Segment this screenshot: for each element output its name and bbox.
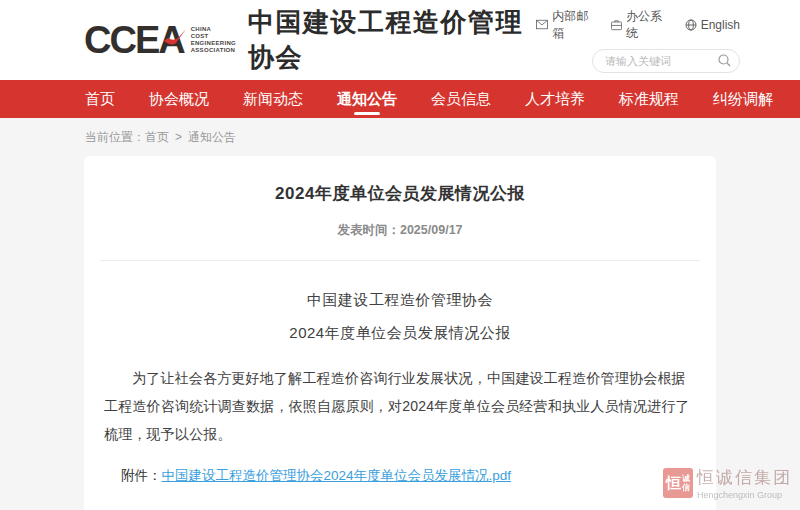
brand[interactable]: CCEA CHINA COST ENGINEERING ASSOCIATION … xyxy=(84,5,536,75)
office-system-label: 办公系统 xyxy=(626,8,667,42)
nav-item-news[interactable]: 新闻动态 xyxy=(243,80,303,118)
nav-item-about[interactable]: 协会概况 xyxy=(149,80,209,118)
nav-item-home[interactable]: 首页 xyxy=(85,80,115,118)
article-heading-subject: 2024年度单位会员发展情况公报 xyxy=(100,324,700,343)
site-title: 中国建设工程造价管理协会 xyxy=(248,5,536,75)
english-link[interactable]: English xyxy=(685,18,740,32)
hengchengxin-watermark: 恒 诚 信 恒诚信集团 Hengchengxin Group xyxy=(663,466,792,500)
breadcrumb-prefix: 当前位置： xyxy=(85,130,145,144)
nav-item-notices[interactable]: 通知公告 xyxy=(337,80,397,118)
breadcrumb-home-link[interactable]: 首页 xyxy=(145,130,169,144)
english-label: English xyxy=(701,18,740,32)
globe-icon xyxy=(685,19,697,31)
article-body: 为了让社会各方更好地了解工程造价咨询行业发展状况，中国建设工程造价管理协会根据工… xyxy=(100,364,700,448)
nav-item-training[interactable]: 人才培养 xyxy=(525,80,585,118)
article-card: 2024年度单位会员发展情况公报 发表时间：2025/09/17 中国建设工程造… xyxy=(84,156,716,510)
nav-item-members[interactable]: 会员信息 xyxy=(431,80,491,118)
internal-mail-link[interactable]: 内部邮箱 xyxy=(536,8,593,42)
breadcrumb: 当前位置：首页>通知公告 xyxy=(0,118,800,156)
logo-subtext-line: ENGINEERING xyxy=(191,40,236,47)
search-input[interactable] xyxy=(605,55,718,67)
watermark-name: 恒诚信集团 xyxy=(697,466,792,489)
site-header: CCEA CHINA COST ENGINEERING ASSOCIATION … xyxy=(0,0,800,80)
nav-item-standards[interactable]: 标准规程 xyxy=(619,80,679,118)
logo-subtext-line: CHINA xyxy=(191,26,236,33)
seal-char-main: 恒 xyxy=(666,474,681,493)
seal-char-top: 诚 xyxy=(682,474,690,483)
attachment-row: 附件：中国建设工程造价管理协会2024年度单位会员发展情况.pdf xyxy=(100,467,700,485)
article-publish-time: 发表时间：2025/09/17 xyxy=(100,222,700,239)
quick-links: 内部邮箱 办公系统 English xyxy=(536,8,740,42)
search-box[interactable] xyxy=(592,49,740,73)
office-system-link[interactable]: 办公系统 xyxy=(611,8,667,42)
search-icon[interactable] xyxy=(718,54,731,67)
internal-mail-label: 内部邮箱 xyxy=(552,8,593,42)
ccea-logo: CCEA xyxy=(84,21,184,59)
divider xyxy=(100,260,700,261)
nav-item-disputes[interactable]: 纠纷调解 xyxy=(713,80,773,118)
attachment-pdf-link[interactable]: 中国建设工程造价管理协会2024年度单位会员发展情况.pdf xyxy=(162,468,512,483)
logo-subtext-line: COST xyxy=(191,33,236,40)
header-right: 内部邮箱 办公系统 English xyxy=(536,8,740,73)
watermark-name-en: Hengchengxin Group xyxy=(697,490,792,500)
hengchengxin-seal-icon: 恒 诚 信 xyxy=(663,468,693,498)
breadcrumb-current-link[interactable]: 通知公告 xyxy=(188,130,236,144)
logo-subtext-line: ASSOCIATION xyxy=(191,47,236,54)
breadcrumb-separator: > xyxy=(175,130,182,144)
logo-red-swoosh-icon xyxy=(162,25,188,51)
seal-char-bottom: 信 xyxy=(682,483,690,492)
article-title: 2024年度单位会员发展情况公报 xyxy=(100,182,700,205)
briefcase-icon xyxy=(611,19,622,31)
attachment-label: 附件： xyxy=(121,468,162,483)
main-nav: 首页 协会概况 新闻动态 通知公告 会员信息 人才培养 标准规程 纠纷调解 xyxy=(0,80,800,118)
logo-subtext: CHINA COST ENGINEERING ASSOCIATION xyxy=(191,26,236,54)
article-heading-org: 中国建设工程造价管理协会 xyxy=(100,291,700,310)
mail-icon xyxy=(536,19,548,30)
